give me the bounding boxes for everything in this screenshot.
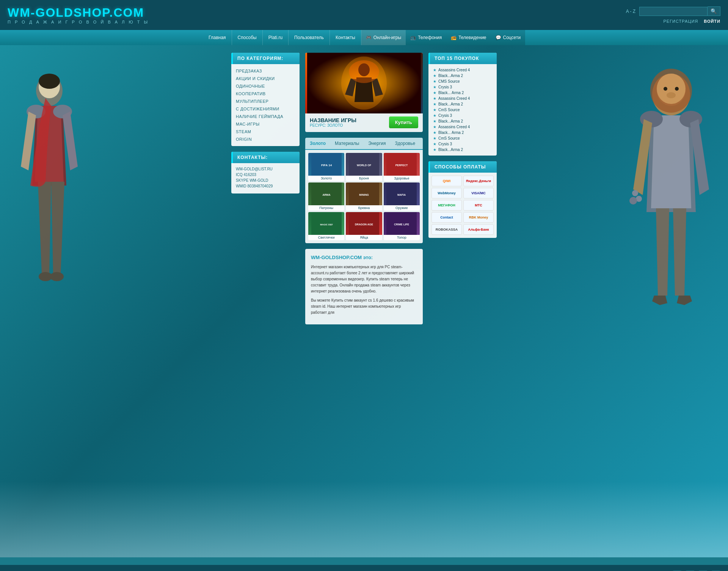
star-icon-6: ★ — [433, 102, 436, 106]
telephony-label: Телефония — [418, 35, 442, 40]
game-thumb-2[interactable]: PERFECT Здоровье — [384, 153, 420, 181]
star-icon-7: ★ — [433, 108, 436, 112]
cat-multi[interactable]: МУЛЬТИПЛЕЕР — [231, 98, 300, 105]
top15-item-14: ★Black...Arma 2 — [433, 147, 492, 153]
top15-box: ТОП 15 ПОКУПОК ★Assassins Creed 4 ★Black… — [428, 53, 497, 156]
game-grid: FIFA 14 Золото WORLD OF Броня PERFECT — [305, 150, 423, 243]
featured-resource: РЕСУРС: ЗОЛОТО — [310, 123, 356, 127]
game-thumb-5[interactable]: MAFIA Оружие — [384, 182, 420, 211]
game-thumb-img-2: PERFECT — [384, 153, 420, 176]
star-icon-14: ★ — [433, 148, 436, 152]
top15-item-10: ★Assassins Creed 4 — [433, 124, 492, 130]
top15-item-13: ★Crysis 3 — [433, 141, 492, 147]
star-icon-11: ★ — [433, 131, 436, 135]
nav-social[interactable]: 💬 Соцсети — [491, 30, 526, 45]
svg-text:MINING: MINING — [359, 193, 369, 196]
star-icon-9: ★ — [433, 119, 436, 123]
nav-item-user[interactable]: Пользователь — [289, 30, 330, 45]
nav-item-home[interactable]: Главная — [203, 30, 232, 45]
svg-text:WORLD OF: WORLD OF — [357, 164, 372, 167]
payment-methods-box: СПОСОБЫ ОПЛАТЫ QIWI Яндекс.Деньги WebMon… — [428, 161, 497, 238]
cat-sales[interactable]: АКЦИИ И СКИДКИ — [231, 75, 300, 82]
right-panel: ТОП 15 ПОКУПОК ★Assassins Creed 4 ★Black… — [428, 53, 497, 324]
game-thumb-6[interactable]: MAGIC DEF Светлячки — [308, 212, 344, 240]
svg-text:ARMA: ARMA — [322, 193, 330, 196]
game-thumb-label-7: Яйца — [346, 235, 382, 240]
cat-gamepad[interactable]: НАЛИЧИЕ ГЕЙМПАДА — [231, 113, 300, 120]
categories-box: ПО КАТЕГОРИЯМ: ПРЕДЗАКАЗ АКЦИИ И СКИДКИ … — [231, 53, 300, 146]
about-box: WM-GOLDSHOP.COM это: Интернет магазин ко… — [305, 249, 423, 324]
svg-text:DRAGON AGE: DRAGON AGE — [355, 223, 373, 226]
tab-gold[interactable]: Золото — [305, 138, 330, 150]
top15-item-9: ★Black...Arma 2 — [433, 118, 492, 124]
game-thumb-label-8: Топор — [384, 235, 420, 240]
about-text-2: Вы можете Купить стим аккаунт cs 1.6 деш… — [311, 297, 417, 316]
cat-preorder[interactable]: ПРЕДЗАКАЗ — [231, 67, 300, 75]
contact-email: WM-GOLD@LIST.RU — [236, 167, 295, 171]
payment-rbk: RBK Money — [463, 212, 494, 223]
svg-text:PERFECT: PERFECT — [395, 164, 408, 167]
cat-steam[interactable]: STEAM — [231, 128, 300, 135]
game-thumb-1[interactable]: WORLD OF Броня — [346, 153, 382, 181]
register-link[interactable]: РЕГИСТРАЦИЯ — [663, 19, 698, 24]
main-wrapper: ПО КАТЕГОРИЯМ: ПРЕДЗАКАЗ АКЦИИ И СКИДКИ … — [0, 45, 728, 557]
game-thumb-label-4: Бревна — [346, 205, 382, 211]
game-thumb-0[interactable]: FIFA 14 Золото — [308, 153, 344, 181]
search-input[interactable] — [639, 7, 708, 16]
payment-alfabank: Альфа-Банк — [463, 224, 494, 235]
categories-list: ПРЕДЗАКАЗ АКЦИИ И СКИДКИ ОДИНОЧНЫЕ КООПЕ… — [231, 64, 300, 146]
star-icon-10: ★ — [433, 125, 436, 129]
star-icon-13: ★ — [433, 142, 436, 146]
featured-game: НАЗВАНИЕ ИГРЫ РЕСУРС: ЗОЛОТО Купить — [305, 53, 423, 132]
top15-item-12: ★CmS Source — [433, 135, 492, 141]
cat-coop[interactable]: КООПЕРАТИВ — [231, 90, 300, 98]
top15-item-3: ★Crysis 3 — [433, 84, 492, 90]
nav-telephony[interactable]: 📺 Телефония — [406, 30, 446, 45]
resources-box: Золото Материалы Энергия Здоровье FIFA 1… — [305, 138, 423, 243]
game-thumb-img-6: MAGIC DEF — [308, 212, 344, 235]
footer: Купить аккаунт О компании Соглашение Пар… — [0, 565, 728, 571]
login-link[interactable]: ВОЙТИ — [704, 19, 720, 24]
search-button[interactable]: 🔍 — [708, 6, 720, 16]
nav-tv[interactable]: 📻 Телевидение — [446, 30, 491, 45]
payment-webmoney: WebMoney — [431, 188, 462, 198]
cat-single[interactable]: ОДИНОЧНЫЕ — [231, 82, 300, 90]
tab-energy[interactable]: Энергия — [364, 138, 390, 150]
game-thumb-8[interactable]: CRIME LIFE Топор — [384, 212, 420, 240]
search-bar: 🔍 — [639, 6, 720, 16]
top15-item-2: ★CMS Source — [433, 79, 492, 84]
nav-extras: 🎮 Онлайн-игры 📺 Телефония 📻 Телевидение … — [361, 30, 525, 45]
lang-switcher[interactable]: A - Z — [626, 9, 635, 14]
tab-health[interactable]: Здоровье — [391, 138, 420, 150]
logo-subtitle: П Р О Д А Ж А И Г Р О В О Й В А Л Ю Т Ы — [8, 20, 149, 24]
header-right: A - Z 🔍 РЕГИСТРАЦИЯ ВОЙТИ — [626, 6, 720, 24]
featured-info: НАЗВАНИЕ ИГРЫ РЕСУРС: ЗОЛОТО — [310, 117, 356, 127]
nav-item-contacts[interactable]: Контакты — [330, 30, 361, 45]
nav-item-plati[interactable]: Plati.ru — [263, 30, 289, 45]
cat-mac[interactable]: МАС-ИГРЫ — [231, 120, 300, 128]
cat-achievements[interactable]: С ДОСТИЖЕНИЯМИ — [231, 105, 300, 113]
top15-item-11: ★Black... Arma 2 — [433, 130, 492, 135]
contacts-content: WM-GOLD@LIST.RU ICQ 416203 SKYPE WM-GOLD… — [231, 163, 300, 193]
game-thumb-label-2: Здоровье — [384, 176, 420, 181]
tab-materials[interactable]: Материалы — [330, 138, 364, 150]
about-title: WM-GOLDSHOP.COM это: — [311, 255, 417, 260]
top15-item-4: ★Black... Arma 2 — [433, 90, 492, 96]
payment-megafon: МЕГАФОН — [431, 200, 462, 211]
online-games-label: Онлайн-игры — [373, 35, 401, 40]
online-games-icon: 🎮 — [366, 35, 372, 40]
featured-game-image — [305, 53, 423, 113]
cat-origin[interactable]: ORIGIN — [231, 135, 300, 143]
game-thumb-img-3: ARMA — [308, 182, 344, 205]
payment-robokassa: ROBOKASSA — [431, 224, 462, 235]
nav-item-ways[interactable]: Способы — [232, 30, 263, 45]
header-top-row: A - Z 🔍 — [626, 6, 720, 16]
tv-icon: 📻 — [451, 35, 457, 40]
tv-label: Телевидение — [458, 35, 486, 40]
buy-button[interactable]: Купить — [389, 116, 418, 128]
nav-online-games[interactable]: 🎮 Онлайн-игры — [361, 30, 406, 45]
game-thumb-4[interactable]: MINING Бревна — [346, 182, 382, 211]
game-thumb-7[interactable]: DRAGON AGE Яйца — [346, 212, 382, 240]
payment-qiwi: QIWI — [431, 176, 462, 186]
game-thumb-3[interactable]: ARMA Патроны — [308, 182, 344, 211]
